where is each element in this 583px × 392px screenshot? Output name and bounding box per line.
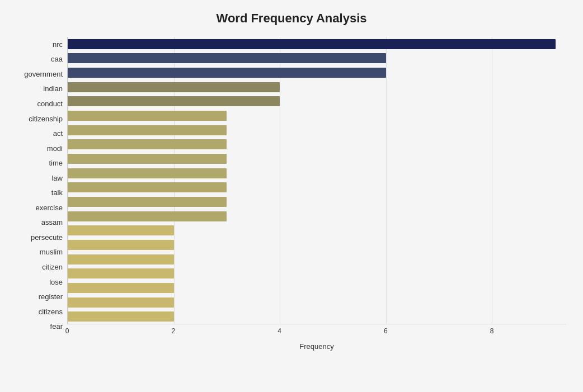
x-tick: 2 <box>171 327 175 335</box>
bar-row <box>68 166 566 181</box>
bar-row <box>68 209 566 224</box>
y-label: assam <box>41 219 63 226</box>
bar <box>68 111 227 121</box>
bar <box>68 39 556 49</box>
bar-row <box>68 123 566 138</box>
bar <box>68 311 174 322</box>
bar-row <box>68 295 566 310</box>
bar <box>68 240 174 250</box>
y-label: time <box>49 159 63 167</box>
bars-and-xaxis: 02468 Frequency <box>67 37 566 351</box>
x-tick: 6 <box>384 327 388 335</box>
y-label: act <box>53 130 63 137</box>
y-label: fear <box>50 323 63 330</box>
bar-row <box>68 181 566 195</box>
chart-area: nrccaagovernmentindianconductcitizenship… <box>17 37 566 351</box>
bar-row <box>68 65 566 80</box>
bar <box>68 168 227 178</box>
bar <box>68 154 227 164</box>
bar <box>68 254 174 265</box>
bar <box>68 82 280 92</box>
bars-area <box>67 37 566 324</box>
y-label: citizenship <box>29 115 63 122</box>
bar-row <box>68 95 566 109</box>
y-label: citizen <box>42 263 63 271</box>
bar <box>68 211 227 221</box>
y-label: persecute <box>31 234 63 241</box>
bar-row <box>68 224 566 238</box>
y-label: exercise <box>36 204 63 211</box>
y-axis-labels: nrccaagovernmentindianconductcitizenship… <box>17 37 67 351</box>
y-label: modi <box>47 145 63 152</box>
bar-row <box>68 152 566 166</box>
bar-row <box>68 281 566 295</box>
y-label: conduct <box>37 100 63 107</box>
bar <box>68 182 227 192</box>
bar <box>68 268 174 278</box>
y-label: lose <box>49 278 63 286</box>
x-axis-label: Frequency <box>67 342 566 351</box>
bar <box>68 139 227 149</box>
bar <box>68 53 386 63</box>
bar-row <box>68 195 566 209</box>
bar-row <box>68 267 566 281</box>
bar <box>68 96 280 106</box>
y-label: nrc <box>53 41 63 48</box>
y-label: talk <box>51 189 63 196</box>
bar-row <box>68 51 566 66</box>
chart-title: Word Frequency Analysis <box>17 11 566 26</box>
bar-row <box>68 238 566 252</box>
bar <box>68 297 174 308</box>
bar-row <box>68 80 566 95</box>
bar-row <box>68 37 566 51</box>
y-label: indian <box>43 85 63 92</box>
y-label: caa <box>51 55 63 63</box>
bar <box>68 125 227 135</box>
x-tick: 4 <box>278 327 281 335</box>
bar-row <box>68 138 566 152</box>
bar <box>68 283 174 293</box>
chart-container: Word Frequency Analysis nrccaagovernment… <box>0 0 583 392</box>
y-label: government <box>24 70 63 78</box>
y-label: register <box>39 293 63 300</box>
x-tick: 8 <box>490 327 494 335</box>
bar <box>68 197 227 207</box>
bar <box>68 225 174 235</box>
x-tick: 0 <box>65 327 69 335</box>
x-axis: 02468 <box>67 324 566 341</box>
y-label: law <box>51 174 63 182</box>
bar-row <box>68 252 566 267</box>
bar-row <box>68 108 566 123</box>
bar-row <box>68 309 566 324</box>
bar <box>68 68 386 78</box>
y-label: citizens <box>39 308 63 315</box>
y-label: muslim <box>40 248 63 256</box>
